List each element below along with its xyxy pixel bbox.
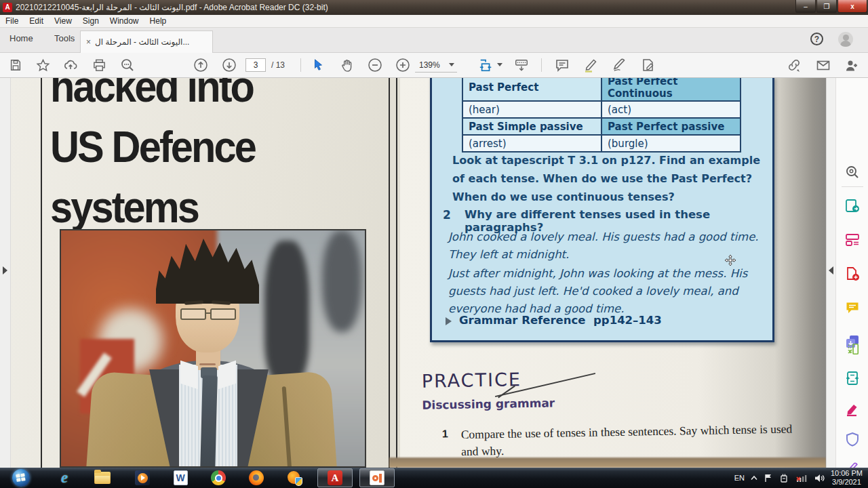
expand-nav-pane-icon[interactable]: [3, 266, 7, 274]
menu-window[interactable]: Window: [104, 16, 144, 26]
column-rule: [389, 78, 390, 468]
zoom-out-icon[interactable]: [368, 58, 382, 73]
organize-pages-icon[interactable]: [846, 342, 861, 357]
taskbar-acrobat-active[interactable]: A: [317, 468, 353, 487]
protect-icon[interactable]: [845, 432, 860, 447]
zoom-dropdown-caret[interactable]: [449, 63, 454, 66]
tab-home[interactable]: Home: [9, 33, 33, 43]
document-view: hacked into US Defence systems: [0, 78, 868, 468]
close-button[interactable]: x: [837, 0, 867, 13]
table-cell: Past Simple passive: [462, 118, 601, 135]
grammar-reference-arrow-icon: [446, 317, 452, 325]
grammar-reference: Grammar Reference pp142–143: [459, 314, 662, 327]
fit-dropdown-caret[interactable]: [497, 63, 502, 66]
print-icon[interactable]: [92, 58, 106, 73]
table-row: (hear) (act): [462, 101, 741, 118]
taskbar-clock[interactable]: 10:06 PM 3/9/2021: [831, 469, 863, 487]
usb-device-icon[interactable]: [779, 473, 789, 483]
help-icon[interactable]: ?: [810, 33, 823, 45]
menu-sign[interactable]: Sign: [77, 16, 104, 26]
taskbar-word[interactable]: W: [164, 468, 197, 487]
fill-sign-icon[interactable]: [612, 58, 627, 73]
zoom-level-value[interactable]: 139%: [419, 60, 440, 70]
save-icon[interactable]: [8, 58, 23, 73]
newspaper-headline: hacked into US Defence systems: [50, 78, 255, 238]
search-tool-icon[interactable]: [845, 165, 860, 180]
column-rule: [396, 78, 397, 468]
taskbar-media-player[interactable]: [126, 468, 159, 487]
windows-flag-icon: [16, 473, 26, 483]
scrollbar[interactable]: [826, 78, 835, 468]
tab-bar: Home Tools × اليونت الثالث - المرحلة ال.…: [0, 28, 868, 53]
item-number: 1: [442, 428, 448, 440]
toolbar-menu-icon[interactable]: [514, 58, 529, 73]
network-offline-icon[interactable]: [795, 473, 808, 483]
minimize-button[interactable]: –: [795, 0, 816, 13]
comment-icon[interactable]: [555, 58, 570, 73]
taskbar-firefox[interactable]: [240, 468, 273, 487]
taskbar-chrome[interactable]: [202, 468, 235, 487]
menu-help[interactable]: Help: [144, 16, 172, 26]
action-center-flag-icon[interactable]: [764, 473, 773, 483]
tools-pane: [835, 78, 868, 468]
share-link-icon[interactable]: [787, 58, 802, 73]
tab-document-label: اليونت الثالث - المرحلة ال...: [95, 37, 189, 47]
select-tool-icon[interactable]: [311, 58, 326, 73]
language-indicator[interactable]: EN: [734, 474, 745, 482]
export-pdf-icon[interactable]: [845, 199, 860, 214]
star-favorite-icon[interactable]: [35, 58, 50, 73]
zoom-in-icon[interactable]: [395, 58, 410, 73]
taskbar-powerpoint-active[interactable]: [359, 468, 395, 487]
account-avatar[interactable]: [838, 32, 853, 47]
page-up-icon[interactable]: [193, 58, 208, 73]
table-cell: Past Perfect Continuous: [608, 78, 734, 100]
practice-section: PRACTICE Discussing grammar: [421, 368, 555, 411]
item-text: Compare the use of tenses in these sente…: [461, 420, 795, 460]
menu-file[interactable]: File: [0, 16, 24, 26]
fit-width-icon[interactable]: [479, 58, 494, 73]
menu-edit[interactable]: Edit: [24, 16, 49, 26]
restore-button[interactable]: ❐: [816, 0, 837, 13]
page-number-input[interactable]: [245, 58, 266, 72]
share-people-icon[interactable]: [844, 58, 859, 73]
edit-pdf-icon[interactable]: [845, 232, 860, 247]
acrobat-reader-window: A 20210212210045-اليونت الثالث - المرحلة…: [0, 0, 868, 488]
system-tray: EN 10:06 PM 3/9/2021: [734, 468, 868, 488]
title-bar: A 20210212210045-اليونت الثالث - المرحلة…: [0, 0, 868, 15]
taskbar-security-app[interactable]: [278, 468, 311, 487]
table-cell: (hear): [462, 101, 601, 118]
chrome-icon: [211, 470, 226, 485]
volume-icon[interactable]: [814, 473, 825, 483]
create-pdf-icon[interactable]: [845, 266, 860, 281]
page-down-icon[interactable]: [222, 58, 237, 73]
powerpoint-icon: [370, 470, 384, 485]
example-paragraph: Just after midnight, John was looking at…: [448, 265, 767, 318]
hidden-icons-chevron[interactable]: [751, 475, 757, 481]
find-icon[interactable]: [120, 58, 135, 73]
table-cell: Past Perfect: [469, 81, 595, 94]
nav-pane-strip[interactable]: [0, 78, 11, 468]
clock-date: 3/9/2021: [831, 478, 863, 487]
hand-tool-icon[interactable]: [339, 58, 354, 73]
pdf-page[interactable]: hacked into US Defence systems: [11, 78, 826, 468]
redact-icon[interactable]: [845, 402, 860, 417]
table-cell: (arrest): [462, 135, 601, 152]
compress-pdf-icon[interactable]: [845, 371, 860, 386]
highlight-icon[interactable]: [583, 58, 598, 73]
share-cloud-icon[interactable]: [63, 58, 78, 73]
example-paragraph: John cooked a lovely meal. His guests ha…: [448, 228, 760, 264]
taskbar-file-explorer[interactable]: [85, 468, 119, 487]
acrobat-app-icon: A: [3, 3, 12, 12]
acrobat-reader-icon: A: [328, 470, 342, 485]
tab-tools[interactable]: Tools: [54, 33, 75, 43]
tab-close-icon[interactable]: ×: [86, 37, 91, 47]
taskbar-internet-explorer[interactable]: e: [49, 468, 80, 487]
window-title: 20210212210045-اليونت الثالث - المرحلة ا…: [16, 3, 328, 12]
comment-tool-icon[interactable]: [845, 300, 860, 315]
tab-document[interactable]: × اليونت الثالث - المرحلة ال...: [80, 30, 213, 53]
send-mail-icon[interactable]: [816, 58, 831, 73]
edit-tools-icon[interactable]: [640, 58, 655, 73]
start-button[interactable]: [12, 469, 30, 487]
menu-view[interactable]: View: [49, 16, 77, 26]
collapse-tools-pane-icon[interactable]: [829, 266, 833, 274]
